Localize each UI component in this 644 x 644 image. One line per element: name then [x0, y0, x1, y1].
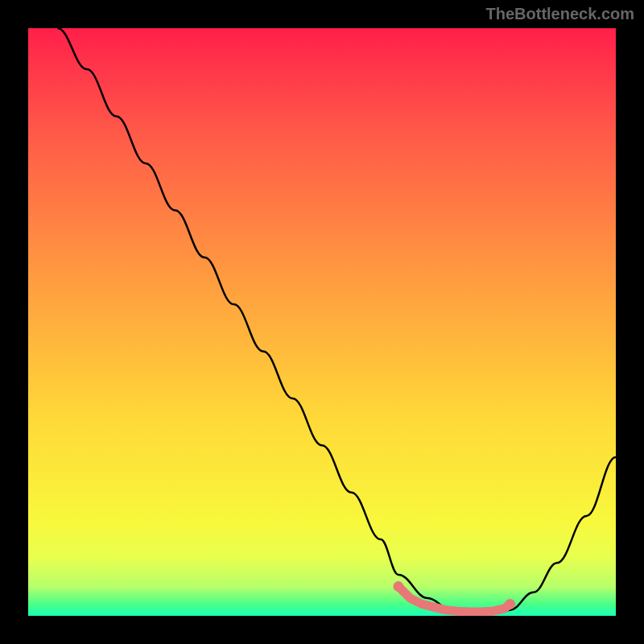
curve-svg	[28, 28, 616, 616]
watermark-text: TheBottleneck.com	[486, 5, 634, 23]
svg-point-1	[505, 599, 515, 609]
chart-container: TheBottleneck.com	[0, 0, 644, 644]
plot-area	[28, 28, 616, 616]
svg-point-0	[393, 581, 403, 592]
bottleneck-curve	[58, 28, 617, 613]
